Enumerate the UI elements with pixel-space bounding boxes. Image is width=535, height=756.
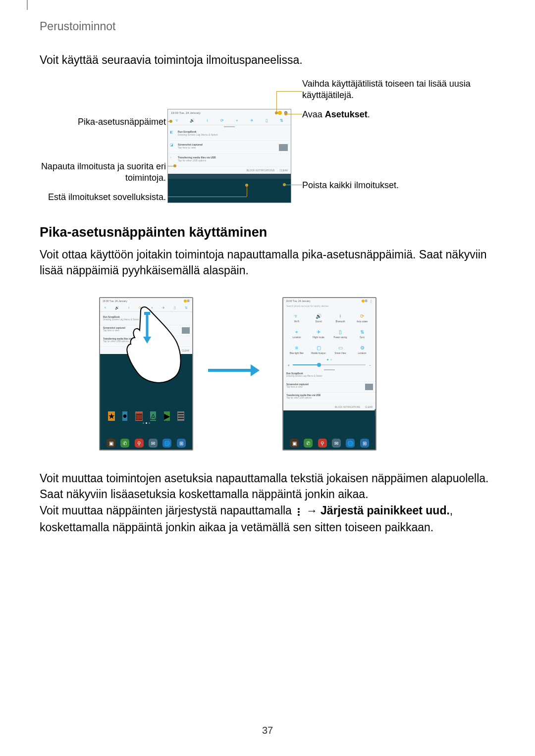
hotspot-icon: ▢: [317, 345, 321, 352]
wifi-icon: ᯤ: [103, 305, 109, 311]
sound-icon: 🔊: [114, 305, 120, 311]
notification-app-icon: ◪: [170, 143, 173, 147]
panel-footer: CLEAR: [100, 347, 192, 354]
dock-row: ▣ ✆ ⚲ ✉ 🌐 ⊞: [283, 436, 375, 450]
intro-paragraph: Voit käyttää seuraavia toimintoja ilmoit…: [40, 53, 303, 67]
flight-icon: ✈: [249, 118, 255, 124]
quick-tiles-grid: ᯤWi-Fi 🔊Sound ᚼBluetooth ⟳Auto rotate ⌖L…: [283, 308, 375, 358]
dock-app-icon: ▣: [107, 439, 115, 448]
gear-icon: ⚙: [360, 345, 365, 352]
leader-dot: [173, 164, 176, 167]
quick-tile: ⟳Auto rotate: [352, 310, 373, 325]
notification-item: ◪ Screenshot captured Tap here to view: [168, 141, 291, 154]
dock-app-icon: ✉: [332, 439, 341, 448]
home-apps-row: ★ ● ▥ ◬ ▶ ☰: [100, 411, 192, 421]
leader-line: [276, 91, 277, 113]
dock-app-icon: ✉: [149, 439, 158, 448]
dock-app-icon: ⊞: [360, 439, 369, 448]
status-bar: 19:00 Tue, 24 January ⚙ ⋮: [283, 298, 375, 304]
notification-item: ◧ Run ScrapBook Drawing Screen Lag Memo …: [168, 128, 291, 141]
battery-icon: ▯: [339, 329, 342, 336]
app-icon: ▥: [135, 411, 143, 421]
panel-expanded: 19:00 Tue, 24 January ⚙ ⋮ Search phone a…: [283, 298, 375, 410]
rotate-icon: ⟳: [219, 118, 225, 124]
leader-dot: [283, 183, 286, 186]
bluetooth-icon: ᚼ: [339, 313, 342, 320]
leader-dot: [245, 184, 248, 187]
flight-icon: ✈: [160, 305, 166, 311]
callout-block-notifications: Estä ilmoitukset sovelluksista.: [40, 192, 166, 203]
leader-line: [276, 91, 302, 92]
more-menu-icon: ⋮: [369, 299, 373, 303]
bluetooth-icon: ᚼ: [204, 118, 210, 124]
battery-icon: ▯: [264, 118, 269, 124]
brightness-slider: ☀ ⌄: [283, 361, 375, 368]
dock-app-icon: ✆: [120, 439, 129, 448]
app-icon: ●: [122, 411, 127, 421]
tablet-after: ⊞ 19:00 Tue, 24 January ⚙ ⋮ Search phone…: [282, 297, 376, 451]
tablet-before: 19:00 Tue, 24 January ⚙ ᯤ 🔊 ᚼ ⟳ ⌖ ✈ ▯ ⇅ …: [99, 297, 193, 451]
panel-footer: BLOCK NOTIFICATIONS CLEAR: [168, 167, 291, 174]
callout-open-settings: Avaa Asetukset.: [302, 109, 370, 120]
location-icon: ⌖: [149, 305, 155, 311]
leader-line: [167, 197, 247, 197]
location-icon: ⌖: [234, 118, 240, 124]
leader-dot: [275, 111, 278, 114]
notification-item: Screenshot captured Tap here to view: [283, 382, 375, 393]
notification-thumbnail: [182, 327, 190, 334]
app-icon: ★: [108, 411, 115, 421]
status-bar: 19:00 Tue, 24 January ⚙: [100, 298, 192, 304]
brightness-icon: ☀: [287, 363, 290, 367]
svg-point-3: [298, 508, 300, 510]
body-paragraph: Voit ottaa käyttöön joitakin toimintoja …: [40, 247, 505, 278]
svg-point-5: [298, 514, 300, 516]
status-bar: 19:00 Tue, 24 January ⚙: [168, 109, 291, 116]
settings-gear-icon: ⚙: [365, 299, 368, 303]
leader-line: [286, 114, 302, 114]
battery-icon: ▯: [172, 305, 178, 311]
body-paragraph: Voit muuttaa toimintojen asetuksia napau…: [40, 470, 505, 502]
clear-link: CLEAR: [182, 350, 189, 352]
quick-settings-row: ᯤ 🔊 ᚼ ⟳ ⌖ ✈ ▯ ⇅: [168, 116, 291, 125]
quick-tile: ✈Flight mode: [308, 326, 329, 341]
breadcrumb: Perustoiminnot: [40, 20, 115, 33]
svg-point-4: [298, 511, 300, 513]
quick-tile: ⌖Location: [286, 326, 307, 341]
notification-item: Transferring media files via USB Tap for…: [283, 393, 375, 403]
dock-app-icon: ▣: [290, 439, 299, 448]
dock-app-icon: ⚲: [318, 439, 327, 448]
location-icon: ⌖: [295, 329, 298, 336]
clear-link: CLEAR: [279, 169, 288, 172]
notification-item: ↑ Transferring media files via USB Tap f…: [168, 154, 291, 167]
quick-tile: ≡Blue light filter: [286, 342, 307, 357]
dock-row: ▣ ✆ ⚲ ✉ 🌐 ⊞: [100, 436, 192, 450]
quick-tile: ▭Smart View: [330, 342, 351, 357]
block-notifications-link: BLOCK NOTIFICATIONS: [335, 406, 360, 408]
bluetooth-icon: ᚼ: [126, 305, 132, 311]
filter-icon: ≡: [295, 345, 298, 352]
quick-tile: 🔊Sound: [308, 310, 329, 325]
quick-tile: ᯤWi-Fi: [286, 310, 307, 325]
annotated-panel-diagram: 19:00 Tue, 24 January ⚙ ᯤ 🔊 ᚼ ⟳ ⌖ ✈ ▯ ⇅ …: [40, 74, 495, 213]
wifi-icon: ᯤ: [174, 118, 180, 124]
callout-user-switch: Vaihda käyttäjätilistä toiseen tai lisää…: [302, 78, 481, 101]
notification-thumbnail: [365, 384, 373, 390]
wifi-icon: ᯤ: [294, 313, 299, 320]
page-indicator: [100, 422, 192, 424]
app-icon: ☰: [177, 411, 184, 421]
notification-thumbnail: [279, 144, 288, 151]
leader-dot: [284, 112, 287, 115]
dock-app-icon: 🌐: [162, 439, 171, 448]
block-notifications-link: BLOCK NOTIFICATIONS: [247, 169, 275, 172]
rotate-icon: ⟳: [360, 313, 364, 320]
dock-app-icon: ✆: [304, 439, 313, 448]
quick-tile: ▯Power saving: [330, 326, 351, 341]
section-heading: Pika-asetusnäppäinten käyttäminen: [40, 225, 267, 240]
panel-footer: BLOCK NOTIFICATIONS CLEAR: [283, 403, 375, 410]
swipe-expand-diagram: 19:00 Tue, 24 January ⚙ ᯤ 🔊 ᚼ ⟳ ⌖ ✈ ▯ ⇅ …: [0, 292, 535, 460]
more-menu-icon: [295, 504, 303, 519]
panel-shadow-bar: [168, 174, 291, 179]
edge-tab-right: [375, 367, 376, 379]
dock-app-icon: ⊞: [177, 439, 186, 448]
flight-icon: ✈: [317, 329, 321, 336]
